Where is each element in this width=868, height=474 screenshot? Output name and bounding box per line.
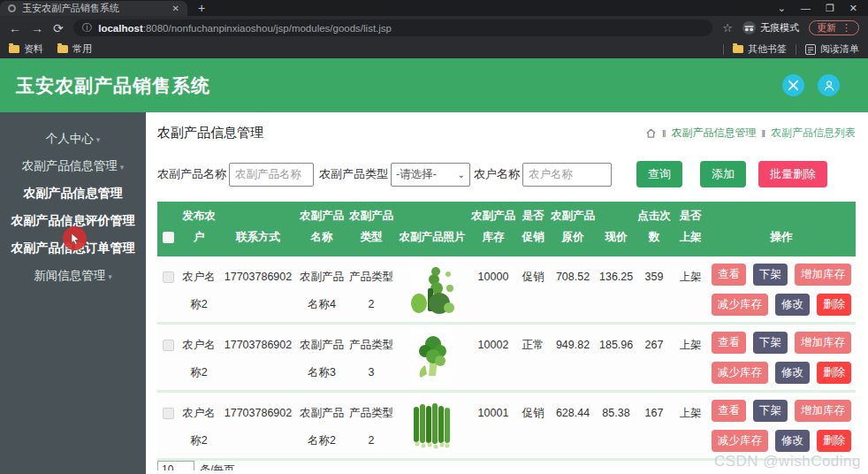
col-header: 操作 <box>707 202 856 256</box>
farmer-name-input[interactable] <box>522 163 612 187</box>
edit-button[interactable]: 修改 <box>775 362 810 384</box>
edit-button[interactable]: 修改 <box>775 430 810 452</box>
row-checkbox[interactable] <box>163 271 174 283</box>
folder-icon <box>9 45 19 53</box>
window-menu-icon[interactable]: ⌄ <box>778 3 786 14</box>
select-arrow-icon: ⌄ <box>183 465 190 470</box>
col-header: 发布农户 <box>179 202 219 256</box>
col-header: 点击次数 <box>635 202 674 256</box>
folder-icon <box>57 45 68 53</box>
batch-delete-button[interactable]: 批量删除 <box>758 161 827 187</box>
caret-down-icon: ▾ <box>96 135 101 144</box>
back-icon[interactable]: ← <box>9 22 21 34</box>
incognito-icon <box>742 21 756 34</box>
bookmark-label: 常用 <box>72 42 92 56</box>
col-header: 农副产品名称 <box>297 202 346 256</box>
product-type-label: 农副产品类型 <box>319 166 388 182</box>
decrease-stock-button[interactable]: 减少库存 <box>712 430 768 452</box>
incognito-label: 无痕模式 <box>760 21 799 34</box>
reload-icon[interactable]: ⟳ <box>53 22 64 34</box>
browser-menu-icon[interactable]: ⋮ <box>841 22 851 34</box>
cell-original-price: 628.44 <box>548 392 598 460</box>
cell-type: 产品类型2 <box>346 392 396 460</box>
take-down-button[interactable]: 下架 <box>753 264 788 286</box>
window-close-icon[interactable]: ✕ <box>849 3 857 14</box>
url-path: :8080/nonfuchanpinxiaoshou/jsp/modules/g… <box>143 23 392 34</box>
decrease-stock-button[interactable]: 减少库存 <box>712 294 768 316</box>
restore-icon[interactable]: ❐ <box>826 3 834 14</box>
sidebar-item-label: 个人中心 <box>46 132 94 145</box>
folder-icon <box>733 45 743 53</box>
cell-product: 农副产品名称3 <box>297 324 346 392</box>
cell-original-price: 949.82 <box>548 324 598 392</box>
bookmark-star-icon[interactable]: ☆ <box>722 21 733 34</box>
cursor-highlight <box>63 226 87 250</box>
view-button[interactable]: 查看 <box>712 332 746 354</box>
bookmark-folder-changyong[interactable]: 常用 <box>57 42 92 56</box>
other-bookmarks-button[interactable]: 其他书签 <box>733 42 787 56</box>
new-tab-button[interactable]: + <box>187 0 216 16</box>
view-button[interactable]: 查看 <box>712 400 746 422</box>
edit-button[interactable]: 修改 <box>775 294 810 316</box>
delete-button[interactable]: 删除 <box>817 362 851 384</box>
user-icon <box>823 80 835 92</box>
site-info-icon[interactable]: ⓘ <box>82 21 93 34</box>
cell-product: 农副产品名称4 <box>297 256 346 324</box>
add-button[interactable]: 添加 <box>700 161 746 187</box>
product-name-input[interactable] <box>229 163 314 187</box>
breadcrumb-item[interactable]: 农副产品信息管理 <box>671 126 756 141</box>
user-profile-button[interactable] <box>818 74 840 96</box>
view-button[interactable]: 查看 <box>712 264 746 286</box>
query-button[interactable]: 查询 <box>636 161 682 187</box>
increase-stock-button[interactable]: 增加库存 <box>795 264 851 286</box>
reading-list-button[interactable]: 阅读清单 <box>805 42 859 56</box>
sidebar-item-personal-center[interactable]: 个人中心▾ <box>0 125 146 152</box>
cell-promotion: 促销 <box>518 256 548 324</box>
cell-clicks: 359 <box>635 256 674 324</box>
forward-icon[interactable]: → <box>31 22 43 34</box>
update-button[interactable]: 更新 ⋮ <box>809 20 859 35</box>
cell-phone: 17703786902 <box>219 256 297 324</box>
breadcrumb: ‖ 农副产品信息管理 ‖ 农副产品信息列表 <box>645 126 856 141</box>
tab-close-icon[interactable]: ✕ <box>172 4 179 13</box>
window-controls: ⌄ — ❐ ✕ <box>778 0 868 16</box>
cell-farmer: 农户名称2 <box>179 392 219 460</box>
row-checkbox[interactable] <box>163 340 174 351</box>
update-label: 更新 <box>817 21 836 34</box>
tab-strip: 玉安农副产品销售系统 ✕ + ⌄ — ❐ ✕ <box>0 0 868 16</box>
breadcrumb-separator: ‖ <box>761 128 765 139</box>
cell-phone: 17703786902 <box>219 392 297 460</box>
sidebar-item-news-mgmt[interactable]: 新闻信息管理▾ <box>0 262 146 289</box>
fullscreen-toggle-button[interactable] <box>782 74 804 96</box>
per-page-label: 条/每页 <box>200 461 234 470</box>
take-down-button[interactable]: 下架 <box>753 400 788 422</box>
delete-button[interactable]: 删除 <box>817 430 851 452</box>
reading-list-icon <box>805 44 816 55</box>
table-row: 农户名称2 17703786902 农副产品名称3 产品类型3 <box>157 324 856 392</box>
increase-stock-button[interactable]: 增加库存 <box>795 400 851 422</box>
take-down-button[interactable]: 下架 <box>753 332 788 354</box>
browser-window: 玉安农副产品销售系统 ✕ + ⌄ — ❐ ✕ ← → ⟳ ⓘ localhost… <box>0 0 868 474</box>
sidebar-item-product-info-mgmt[interactable]: 农副产品信息管理▾ <box>0 152 146 180</box>
decrease-stock-button[interactable]: 减少库存 <box>712 362 768 384</box>
address-bar[interactable]: ⓘ localhost:8080/nonfuchanpinxiaoshou/js… <box>73 19 713 36</box>
bookmark-folder-ziliao[interactable]: 资料 <box>9 42 43 56</box>
minimize-icon[interactable]: — <box>801 3 811 13</box>
select-all-checkbox[interactable] <box>163 232 174 243</box>
cell-farmer: 农户名称2 <box>179 256 219 324</box>
sidebar-item-product-info-list[interactable]: 农副产品信息管理 <box>0 180 146 207</box>
col-header: 联系方式 <box>219 202 297 256</box>
increase-stock-button[interactable]: 增加库存 <box>795 332 851 354</box>
cell-shelf-status: 上架 <box>674 256 707 324</box>
cell-type: 产品类型3 <box>346 324 396 392</box>
home-icon[interactable] <box>645 127 657 139</box>
row-checkbox[interactable] <box>163 408 174 419</box>
breadcrumb-item[interactable]: 农副产品信息列表 <box>771 126 856 141</box>
delete-button[interactable]: 删除 <box>817 294 851 316</box>
incognito-badge: 无痕模式 <box>742 21 799 34</box>
bookmarks-right-group: 其他书签 阅读清单 <box>723 42 859 56</box>
product-type-select[interactable]: -请选择- ⌄ <box>391 163 470 187</box>
page-title: 农副产品信息管理 <box>157 125 263 141</box>
page-size-select[interactable]: 10 ⌄ <box>157 461 194 470</box>
browser-tab[interactable]: 玉安农副产品销售系统 ✕ <box>0 1 187 16</box>
